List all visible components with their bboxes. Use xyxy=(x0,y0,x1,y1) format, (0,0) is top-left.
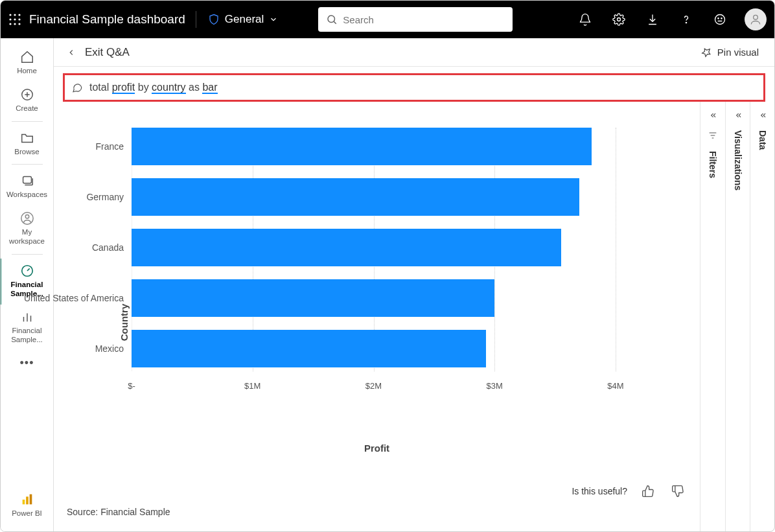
bar-row: United States of America xyxy=(132,279,616,317)
visualizations-panel[interactable]: Visualizations xyxy=(725,102,750,531)
svg-rect-20 xyxy=(23,177,31,183)
right-panels: Filters Visualizations Data xyxy=(700,102,774,531)
nav-financial-sample-report[interactable]: Financial Sample... xyxy=(6,305,48,351)
svg-rect-28 xyxy=(26,497,29,505)
sub-header: Exit Q&A Pin visual xyxy=(54,38,774,67)
top-bar: Financial Sample dashboard General xyxy=(1,1,774,38)
nav-my-workspace[interactable]: My workspace xyxy=(6,206,48,253)
pin-icon xyxy=(700,47,712,58)
svg-line-10 xyxy=(334,21,336,23)
back-button[interactable] xyxy=(64,45,78,60)
exit-qna-label[interactable]: Exit Q&A xyxy=(85,46,130,59)
bar-row: Mexico xyxy=(132,330,616,367)
stack-icon xyxy=(20,174,34,188)
y-axis-label: Country xyxy=(119,303,130,341)
x-tick: $2M xyxy=(365,381,382,391)
chart-canvas: Country $-$1M$2M$3M$4MFranceGermanyCanad… xyxy=(54,102,700,531)
plus-circle-icon xyxy=(20,87,34,102)
svg-point-16 xyxy=(754,15,758,19)
bar[interactable] xyxy=(132,128,592,165)
bar-row: France xyxy=(132,128,616,165)
power-bi-icon xyxy=(20,492,34,507)
svg-point-8 xyxy=(18,23,20,25)
user-circle-icon xyxy=(20,211,34,226)
bar[interactable] xyxy=(132,279,494,317)
svg-rect-29 xyxy=(29,494,32,505)
svg-point-6 xyxy=(9,23,11,25)
help-button[interactable] xyxy=(673,6,699,32)
svg-point-7 xyxy=(14,23,16,25)
bar-label: Germany xyxy=(86,192,132,202)
qna-input[interactable]: total profit by country as bar xyxy=(63,73,765,102)
svg-point-14 xyxy=(718,18,719,19)
gauge-icon xyxy=(20,264,34,278)
nav-workspaces[interactable]: Workspaces xyxy=(6,168,48,206)
collapse-icon[interactable] xyxy=(734,111,743,120)
svg-point-12 xyxy=(686,22,686,23)
search-box[interactable] xyxy=(318,7,513,32)
collapse-icon[interactable] xyxy=(758,111,767,120)
svg-point-15 xyxy=(721,18,722,19)
feedback-prompt: Is this useful? xyxy=(572,486,627,496)
nav-home[interactable]: Home xyxy=(6,45,48,82)
folder-icon xyxy=(20,131,34,145)
svg-point-9 xyxy=(328,16,335,23)
filters-panel[interactable]: Filters xyxy=(700,102,725,531)
qna-text: total profit by country as bar xyxy=(89,82,218,93)
nav-power-bi[interactable]: Power BI xyxy=(6,487,48,525)
pin-visual-button[interactable]: Pin visual xyxy=(695,44,764,61)
bars-icon xyxy=(20,310,34,324)
search-input[interactable] xyxy=(343,14,505,25)
feedback-button[interactable] xyxy=(707,6,733,32)
chart-source: Source: Financial Sample xyxy=(67,507,170,517)
sensitivity-dropdown[interactable]: General xyxy=(208,13,278,26)
svg-point-2 xyxy=(18,14,20,16)
settings-button[interactable] xyxy=(606,6,632,32)
x-tick: $4M xyxy=(607,381,623,391)
notifications-button[interactable] xyxy=(572,6,598,32)
svg-point-3 xyxy=(9,18,11,20)
nav-more[interactable]: ••• xyxy=(20,351,34,375)
filter-icon xyxy=(708,130,718,141)
app-launcher-icon[interactable] xyxy=(8,13,21,26)
shield-icon xyxy=(208,14,220,25)
x-axis-label: Profit xyxy=(364,443,389,454)
bar[interactable] xyxy=(132,229,561,266)
bar-row: Germany xyxy=(132,178,616,216)
chevron-left-icon xyxy=(67,48,76,57)
bar[interactable] xyxy=(132,178,579,216)
svg-point-13 xyxy=(715,15,725,25)
bar-label: Canada xyxy=(92,242,132,253)
svg-point-11 xyxy=(618,18,621,21)
nav-browse[interactable]: Browse xyxy=(6,126,48,163)
bar-row: Canada xyxy=(132,229,616,266)
user-avatar[interactable] xyxy=(745,8,767,30)
data-panel[interactable]: Data xyxy=(750,102,774,531)
thumbs-up-button[interactable] xyxy=(639,482,657,500)
bar-label: France xyxy=(95,141,132,152)
search-icon xyxy=(326,14,338,25)
chevron-down-icon xyxy=(269,15,278,24)
svg-point-0 xyxy=(9,14,11,16)
svg-point-1 xyxy=(14,14,16,16)
bar[interactable] xyxy=(132,330,486,367)
svg-rect-27 xyxy=(22,500,25,504)
download-button[interactable] xyxy=(640,6,665,32)
sensitivity-label: General xyxy=(225,13,264,26)
svg-point-22 xyxy=(25,215,29,219)
dashboard-title: Financial Sample dashboard xyxy=(29,12,185,27)
left-nav: Home Create Browse Workspaces My workspa… xyxy=(1,38,54,531)
chat-icon xyxy=(71,82,83,93)
x-tick: $3M xyxy=(487,381,503,391)
svg-point-4 xyxy=(14,18,16,20)
bar-label: Mexico xyxy=(95,343,132,354)
nav-create[interactable]: Create xyxy=(6,82,48,120)
x-tick: $1M xyxy=(244,381,260,391)
collapse-icon[interactable] xyxy=(708,111,717,120)
chart-body: $-$1M$2M$3M$4MFranceGermanyCanadaUnited … xyxy=(132,128,616,371)
home-icon xyxy=(20,50,34,64)
feedback-row: Is this useful? xyxy=(572,482,687,500)
x-tick: $- xyxy=(128,381,135,391)
thumbs-down-button[interactable] xyxy=(669,482,687,500)
divider xyxy=(196,11,196,28)
